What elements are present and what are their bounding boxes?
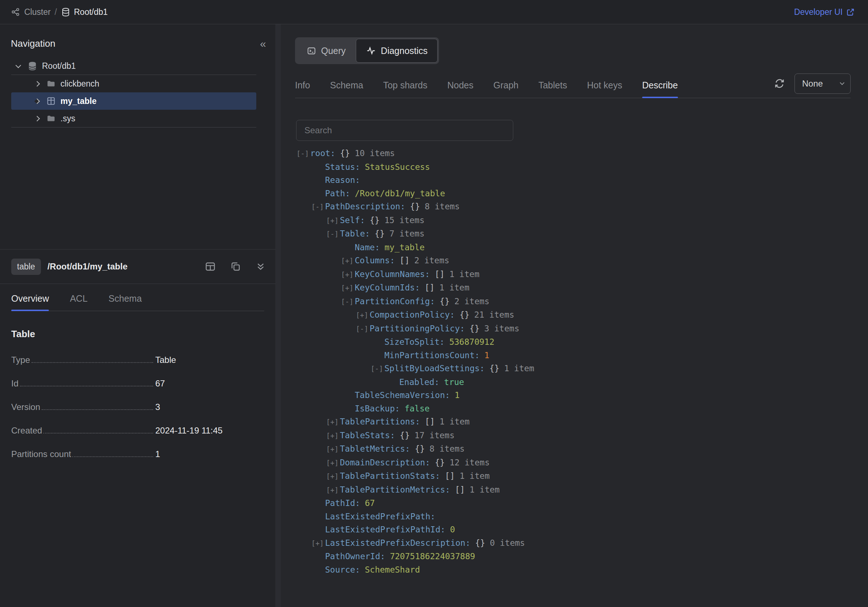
chevron-down-icon[interactable] (16, 62, 21, 68)
mode-toggle: Query Diagnostics (295, 37, 439, 64)
expand-node-icon[interactable]: [+] (356, 309, 370, 322)
describe-tree-line: [+]KeyColumnIds:[]1 item (295, 281, 868, 295)
json-items-count: 21 items (474, 310, 515, 320)
describe-tree-line: [+]TablePartitions:[]1 item (295, 415, 868, 429)
breadcrumb-cluster[interactable]: Cluster (24, 7, 51, 17)
tab-schema[interactable]: Schema (330, 71, 363, 98)
tab-info[interactable]: Info (295, 71, 310, 98)
collapse-panel-button[interactable]: « (260, 39, 266, 49)
copy-icon[interactable] (230, 261, 242, 272)
json-key: PathId: (325, 498, 360, 508)
json-bracket: [] (435, 269, 445, 279)
describe-tree-line: Reason: (295, 174, 868, 187)
expand-node-icon[interactable]: [+] (326, 429, 340, 442)
expand-node-icon[interactable]: [+] (326, 483, 340, 497)
json-bracket: {} (475, 538, 485, 548)
panel-splitter[interactable] (276, 24, 281, 607)
collapse-node-icon[interactable]: [-] (311, 200, 325, 214)
tree-item--sys[interactable]: .sys (11, 110, 256, 127)
describe-tree-line: Source:SchemeShard (295, 563, 868, 577)
breadcrumb-entity: Root/db1 (61, 7, 107, 17)
json-key: Self: (340, 216, 365, 225)
tab-describe[interactable]: Describe (642, 71, 678, 98)
mode-query-label: Query (321, 46, 346, 56)
search-input[interactable] (296, 120, 513, 141)
json-key: Path: (325, 189, 350, 198)
info-label: Created (11, 425, 42, 436)
json-value: false (405, 404, 430, 413)
expand-node-icon[interactable]: [+] (341, 281, 355, 295)
collapse-node-icon[interactable]: [-] (356, 322, 370, 336)
expand-node-icon[interactable]: [+] (326, 456, 340, 470)
expand-node-icon[interactable]: [+] (326, 470, 340, 483)
expand-node-icon[interactable]: [+] (326, 442, 340, 456)
tab-top-shards[interactable]: Top shards (383, 71, 427, 98)
chevron-right-icon[interactable] (34, 98, 40, 104)
tab-graph[interactable]: Graph (493, 71, 518, 98)
tab-nodes[interactable]: Nodes (447, 71, 473, 98)
json-items-count: 15 items (384, 216, 425, 225)
tree-item-root-db1[interactable]: Root/db1 (11, 57, 256, 75)
mode-diagnostics[interactable]: Diagnostics (356, 39, 438, 63)
expand-node-icon[interactable]: [+] (326, 214, 340, 227)
mode-diagnostics-label: Diagnostics (381, 46, 428, 56)
json-items-count: 0 items (490, 538, 525, 548)
json-bracket: [] (445, 471, 455, 481)
json-key: PathOwnerId: (325, 551, 385, 561)
database-icon (28, 61, 37, 71)
tree-item-label: clickbench (60, 79, 99, 89)
describe-tree-line: [-]PathDescription:{}8 items (295, 200, 868, 214)
json-bracket: {} (370, 216, 380, 225)
developer-ui-link[interactable]: Developer UI (794, 7, 855, 17)
chevron-down-icon (840, 81, 845, 85)
object-info-list: TypeTableId67Version3Created2024-11-19 1… (11, 355, 265, 459)
table-preview-icon[interactable] (205, 261, 216, 272)
terminal-icon (307, 46, 316, 56)
object-panel: table /Root/db1/my_table (0, 249, 276, 607)
autorefresh-select[interactable]: None (795, 73, 851, 94)
collapse-node-icon[interactable]: [-] (341, 295, 355, 309)
breadcrumb-entity-label: Root/db1 (74, 7, 107, 17)
expand-panel-icon[interactable] (255, 261, 266, 272)
navigation-panel: Navigation « Root/db1clickbenchmy_table.… (0, 24, 276, 249)
json-key: SizeToSplit: (384, 337, 445, 346)
json-key: IsBackup: (355, 404, 400, 413)
json-value: my_table (384, 243, 425, 252)
tab-tablets[interactable]: Tablets (538, 71, 567, 98)
json-bracket: {} (435, 458, 445, 467)
info-row-partitions-count: Partitions count1 (11, 449, 265, 459)
json-items-count: 1 item (449, 269, 479, 279)
describe-tree-line: PathOwnerId:72075186224037889 (295, 550, 868, 563)
folder-icon (46, 114, 56, 123)
collapse-node-icon[interactable]: [-] (370, 362, 384, 376)
collapse-node-icon[interactable]: [-] (296, 147, 310, 160)
tab-acl[interactable]: ACL (70, 284, 88, 311)
info-value: 3 (155, 402, 265, 412)
main-panel: Query Diagnostics InfoSchemaTop shardsNo… (281, 24, 868, 607)
refresh-icon[interactable] (774, 78, 785, 89)
mode-query[interactable]: Query (296, 39, 356, 63)
tab-hot-keys[interactable]: Hot keys (587, 71, 622, 98)
database-icon (61, 7, 71, 17)
tree-divider (11, 127, 256, 127)
left-panel: Navigation « Root/db1clickbenchmy_table.… (0, 24, 276, 607)
expand-node-icon[interactable]: [+] (326, 415, 340, 429)
json-bracket: {} (340, 149, 350, 158)
tree-item-clickbench[interactable]: clickbench (11, 75, 256, 92)
chevron-right-icon[interactable] (34, 115, 40, 121)
tab-schema[interactable]: Schema (108, 284, 142, 311)
expand-node-icon[interactable]: [+] (341, 254, 355, 268)
json-bracket: [] (455, 485, 465, 494)
info-value: 67 (155, 379, 265, 389)
describe-tree-line: [-]root:{}10 items (295, 147, 868, 160)
json-bracket: {} (489, 363, 499, 373)
chevron-right-icon[interactable] (34, 81, 40, 87)
json-key: Enabled: (399, 377, 439, 387)
json-key: Name: (355, 243, 380, 252)
expand-node-icon[interactable]: [+] (341, 268, 355, 281)
tree-item-my-table[interactable]: my_table (11, 92, 256, 110)
tab-overview[interactable]: Overview (11, 284, 49, 311)
collapse-node-icon[interactable]: [-] (326, 227, 340, 241)
expand-node-icon[interactable]: [+] (311, 537, 325, 550)
json-value: /Root/db1/my_table (355, 189, 445, 198)
